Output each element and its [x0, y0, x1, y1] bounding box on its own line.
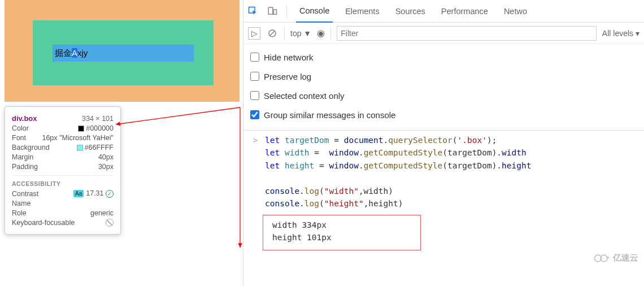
svg-line-0 [116, 107, 240, 124]
tooltip-bg-label: Background [12, 144, 50, 151]
tooltip-color-label: Color [12, 124, 29, 132]
tab-console[interactable]: Console [296, 0, 333, 23]
play-icon[interactable]: ▷ [248, 27, 260, 40]
tab-elements[interactable]: Elements [342, 0, 382, 23]
svg-line-6 [270, 31, 275, 36]
output-line-2: height 101px [272, 231, 411, 244]
tooltip-dimensions: 334 × 101 [82, 115, 114, 123]
clear-icon[interactable] [266, 27, 279, 40]
chevron-down-icon: ▾ [636, 29, 639, 38]
a11y-role-value: generic [90, 209, 114, 217]
box-inner: 掘金Axjy [53, 45, 194, 62]
output-line-1: width 334px [272, 219, 411, 231]
tooltip-bg-value: #66FFFF [77, 144, 114, 151]
box-outer: 掘金Axjy [33, 20, 214, 85]
svg-rect-4 [273, 10, 276, 14]
watermark: 亿速云 [594, 253, 638, 263]
tooltip-font-label: Font [12, 134, 26, 142]
svg-rect-3 [268, 7, 273, 14]
devtools-tab-bar: Console Elements Sources Performance Net… [243, 0, 644, 23]
tooltip-margin-label: Margin [12, 153, 33, 161]
inspect-icon[interactable] [248, 6, 258, 16]
device-icon[interactable] [267, 6, 277, 16]
arrow-to-tooltip [110, 102, 246, 271]
filter-input[interactable] [337, 26, 597, 41]
console-options: Hide network Preserve log Selected conte… [243, 44, 644, 131]
console-body[interactable]: > let targetDom = document.querySelector… [243, 131, 644, 254]
opt-preserve-log[interactable]: Preserve log [250, 67, 637, 86]
context-selector[interactable]: top ▼ [290, 29, 311, 38]
opt-selected-context[interactable]: Selected context only [250, 86, 637, 105]
code-input[interactable]: let targetDom = document.querySelector('… [265, 134, 532, 210]
a11y-role-label: Role [12, 209, 27, 217]
console-filter-bar: ▷ top ▼ ◉ All levels ▾ [243, 23, 644, 44]
a11y-name-label: Name [12, 200, 31, 207]
tooltip-color-value: #000000 [78, 124, 114, 132]
output-highlight: width 334px height 101px [263, 215, 421, 250]
a11y-focusable-label: Keyboard-focusable [12, 219, 75, 227]
no-icon [106, 219, 114, 227]
opt-hide-network[interactable]: Hide network [250, 47, 637, 67]
tab-sources[interactable]: Sources [392, 0, 429, 23]
devtools-panel: Console Elements Sources Performance Net… [243, 0, 644, 286]
opt-group-similar[interactable]: Group similar messages in console [250, 105, 637, 124]
tooltip-margin-value: 40px [98, 153, 114, 161]
prompt-icon: > [246, 134, 265, 210]
element-tooltip: div.box 334 × 101 Color #000000 Font 16p… [5, 106, 121, 235]
chevron-down-icon: ▼ [303, 29, 311, 38]
a11y-contrast-label: Contrast [12, 190, 38, 198]
a11y-title: ACCESSIBILITY [12, 180, 114, 187]
tooltip-padding-label: Padding [12, 163, 38, 171]
tooltip-padding-value: 30px [98, 163, 114, 171]
tooltip-selector: div.box [12, 114, 37, 123]
eye-icon[interactable]: ◉ [317, 28, 325, 38]
levels-selector[interactable]: All levels ▾ [602, 29, 639, 38]
a11y-contrast-value: Aa17.31 ✓ [73, 189, 114, 198]
tab-performance[interactable]: Performance [438, 0, 491, 23]
svg-point-9 [607, 257, 609, 258]
tab-network[interactable]: Netwo [501, 0, 530, 23]
tooltip-font-value: 16px "Microsoft YaHei" [42, 134, 114, 142]
preview-area: 掘金Axjy [5, 0, 240, 102]
